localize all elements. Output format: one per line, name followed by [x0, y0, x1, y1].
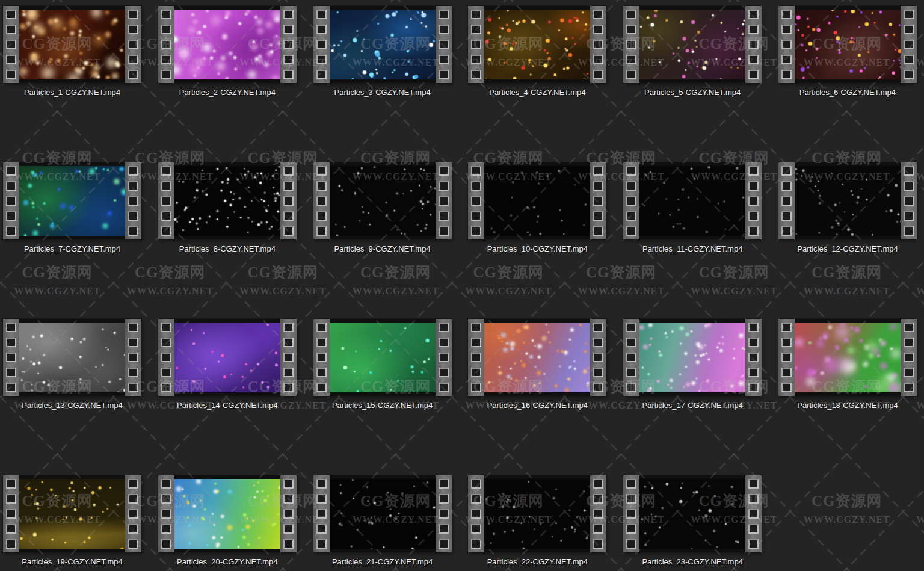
sprocket-hole: [316, 25, 327, 34]
sprocket-hole: [781, 211, 792, 221]
video-thumbnail[interactable]: Particles_23-CGZY.NET.mp4: [623, 475, 762, 566]
thumbnail-image: [174, 10, 280, 79]
watermark-site-name: CG资源网: [452, 264, 565, 282]
sprocket-hole: [316, 494, 327, 504]
filmstrip-sprocket-right: [745, 6, 762, 83]
sprocket-hole: [161, 211, 171, 221]
video-thumbnail[interactable]: Particles_2-CGZY.NET.mp4: [158, 6, 297, 97]
video-thumbnail[interactable]: Particles_19-CGZY.NET.mp4: [3, 475, 141, 566]
filename-label: Particles_22-CGZY.NET.mp4: [468, 557, 606, 566]
filename-label: Particles_23-CGZY.NET.mp4: [623, 557, 762, 566]
watermark-site-name: CG资源网: [903, 264, 924, 282]
video-thumbnail[interactable]: Particles_16-CGZY.NET.mp4: [468, 319, 606, 410]
watermark-tile: CG资源网WWW.CGZY.NET: [677, 264, 790, 297]
sprocket-hole: [283, 323, 294, 332]
video-thumbnail[interactable]: Particles_3-CGZY.NET.mp4: [313, 6, 452, 97]
sprocket-hole: [748, 323, 759, 332]
video-thumbnail[interactable]: Particles_22-CGZY.NET.mp4: [468, 475, 606, 566]
filmstrip-frame: [623, 475, 762, 552]
sprocket-hole: [904, 226, 914, 236]
video-thumbnail[interactable]: Particles_8-CGZY.NET.mp4: [158, 162, 297, 253]
video-thumbnail[interactable]: Particles_12-CGZY.NET.mp4: [778, 162, 917, 253]
filename-label: Particles_5-CGZY.NET.mp4: [623, 88, 762, 97]
sprocket-hole: [626, 25, 636, 34]
sprocket-hole: [6, 353, 16, 362]
video-thumbnail[interactable]: Particles_21-CGZY.NET.mp4: [313, 475, 452, 566]
sprocket-hole: [626, 70, 636, 79]
video-thumbnail[interactable]: Particles_9-CGZY.NET.mp4: [313, 162, 452, 253]
filmstrip-sprocket-left: [468, 6, 484, 83]
sprocket-hole: [781, 323, 792, 332]
sprocket-hole: [439, 539, 449, 549]
sprocket-hole: [161, 494, 171, 504]
filmstrip-frame: [468, 6, 606, 83]
video-thumbnail[interactable]: Particles_13-CGZY.NET.mp4: [3, 319, 141, 410]
video-thumbnail[interactable]: Particles_1-CGZY.NET.mp4: [3, 6, 141, 97]
watermark-site-name: CG资源网: [790, 264, 904, 282]
thumbnail-image: [174, 166, 280, 236]
filename-label: Particles_20-CGZY.NET.mp4: [158, 557, 297, 566]
sprocket-hole: [904, 40, 914, 49]
sprocket-hole: [781, 383, 792, 392]
sprocket-hole: [471, 196, 481, 206]
filename-label: Particles_1-CGZY.NET.mp4: [3, 88, 141, 97]
sprocket-hole: [316, 524, 327, 534]
filmstrip-sprocket-left: [623, 319, 639, 396]
filmstrip-frame: [158, 162, 297, 239]
sprocket-hole: [904, 55, 914, 64]
watermark-site-name: CG资源网: [677, 264, 790, 282]
sprocket-hole: [748, 509, 759, 519]
video-thumbnail[interactable]: Particles_14-CGZY.NET.mp4: [158, 319, 297, 410]
video-thumbnail[interactable]: Particles_11-CGZY.NET.mp4: [623, 162, 762, 253]
sprocket-hole: [316, 323, 327, 332]
filmstrip-frame: [313, 319, 452, 396]
sprocket-hole: [593, 10, 603, 19]
filmstrip-sprocket-right: [125, 162, 141, 239]
video-thumbnail[interactable]: Particles_5-CGZY.NET.mp4: [623, 6, 762, 97]
watermark-tile: CG资源网WWW.CGZY.NET: [226, 264, 339, 297]
watermark-tile: CG资源网WWW.CGZY.NET: [339, 264, 452, 297]
video-thumbnail[interactable]: Particles_18-CGZY.NET.mp4: [778, 319, 917, 410]
sprocket-hole: [128, 55, 138, 64]
watermark-site-url: WWW.CGZY.NET: [1, 285, 114, 297]
filmstrip-sprocket-left: [468, 475, 484, 552]
sprocket-hole: [6, 181, 16, 191]
filename-label: Particles_18-CGZY.NET.mp4: [778, 401, 917, 410]
filmstrip-frame: [623, 6, 762, 83]
sprocket-hole: [748, 10, 759, 19]
sprocket-hole: [439, 226, 449, 236]
sprocket-hole: [283, 524, 294, 534]
filmstrip-sprocket-left: [623, 475, 639, 552]
filename-label: Particles_12-CGZY.NET.mp4: [778, 244, 917, 253]
sprocket-hole: [316, 226, 327, 236]
video-thumbnail[interactable]: Particles_10-CGZY.NET.mp4: [468, 162, 606, 253]
filename-label: Particles_3-CGZY.NET.mp4: [313, 88, 452, 97]
sprocket-hole: [626, 494, 636, 504]
video-thumbnail[interactable]: Particles_7-CGZY.NET.mp4: [3, 162, 141, 253]
sprocket-hole: [593, 40, 603, 49]
video-thumbnail[interactable]: Particles_4-CGZY.NET.mp4: [468, 6, 606, 97]
thumbnail-image: [330, 166, 436, 236]
video-thumbnail[interactable]: Particles_15-CGZY.NET.mp4: [313, 319, 452, 410]
sprocket-hole: [161, 368, 171, 377]
sprocket-hole: [128, 524, 138, 534]
sprocket-hole: [904, 181, 914, 191]
watermark-site-name: CG资源网: [565, 264, 678, 282]
filmstrip-sprocket-right: [901, 162, 917, 239]
video-thumbnail[interactable]: Particles_6-CGZY.NET.mp4: [778, 6, 917, 97]
video-thumbnail[interactable]: Particles_17-CGZY.NET.mp4: [623, 319, 762, 410]
sprocket-hole: [781, 25, 792, 34]
sprocket-hole: [748, 70, 759, 79]
video-thumbnail[interactable]: Particles_20-CGZY.NET.mp4: [158, 475, 297, 566]
sprocket-hole: [161, 353, 171, 362]
sprocket-hole: [161, 166, 171, 176]
sprocket-hole: [626, 353, 636, 362]
sprocket-hole: [316, 211, 327, 221]
filmstrip-sprocket-right: [280, 475, 297, 552]
sprocket-hole: [6, 226, 16, 236]
sprocket-hole: [904, 211, 914, 221]
watermark-site-name: CG资源网: [226, 264, 339, 282]
sprocket-hole: [471, 368, 481, 377]
sprocket-hole: [748, 539, 759, 549]
sprocket-hole: [283, 70, 294, 79]
